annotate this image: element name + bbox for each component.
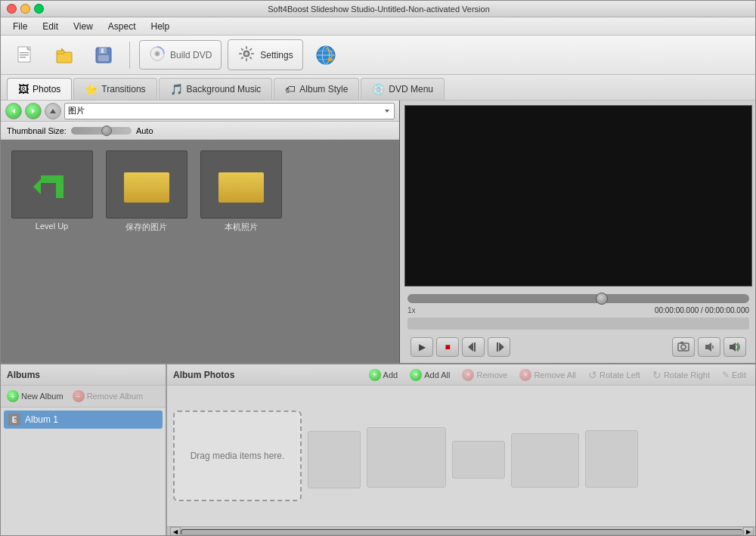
scroll-right-button[interactable]: ▶ — [743, 527, 754, 537]
new-album-icon: + — [7, 390, 19, 402]
nav-forward-button[interactable] — [25, 103, 42, 119]
svg-marker-45 — [730, 342, 736, 352]
file-thumb-level-up — [11, 150, 93, 218]
seek-bar[interactable] — [407, 294, 749, 303]
svg-rect-6 — [57, 51, 64, 54]
new-album-button[interactable]: + New Album — [4, 389, 67, 404]
edit-photo-button[interactable]: ✎ Edit — [717, 368, 751, 382]
tab-photos[interactable]: 🖼 Photos — [7, 78, 72, 100]
photo-placeholder-3[interactable] — [452, 441, 505, 479]
rotate-right-button[interactable]: ↻ Rotate Right — [648, 367, 714, 383]
remove-all-photos-button[interactable]: × Remove All — [515, 367, 581, 383]
svg-rect-18 — [249, 48, 253, 51]
new-button[interactable] — [8, 42, 42, 69]
settings-icon — [237, 45, 256, 65]
photos-tab-icon: 🖼 — [18, 83, 29, 95]
nav-back-button[interactable] — [5, 103, 22, 119]
svg-rect-10 — [101, 48, 104, 53]
speed-row: 1x 00:00:00.000 / 00:00:00.000 — [404, 306, 752, 314]
file-item-local-photos[interactable]: 本机照片 — [197, 147, 284, 236]
remove-photo-icon: × — [462, 369, 474, 381]
svg-rect-19 — [251, 53, 254, 54]
settings-button[interactable]: Settings — [228, 39, 302, 70]
add-all-photos-button[interactable]: + Add All — [405, 367, 454, 383]
volume-button[interactable] — [698, 337, 720, 357]
albums-panel: Albums + New Album − Remove Album E Albu… — [1, 364, 167, 536]
photo-placeholder-small-group — [452, 441, 505, 479]
tab-album-style[interactable]: 🏷 Album Style — [274, 78, 359, 100]
screenshot-button[interactable] — [672, 337, 695, 357]
album-photos-panel: Album Photos + Add + Add All × — [167, 364, 756, 536]
svg-rect-36 — [56, 183, 64, 198]
update-icon — [315, 45, 336, 66]
tab-background-music[interactable]: 🎵 Background Music — [159, 78, 273, 100]
speed-indicator: 1x — [407, 306, 416, 314]
svg-rect-43 — [680, 342, 683, 344]
auto-label: Auto — [136, 126, 153, 135]
tab-transitions[interactable]: ⭐ Transitions — [73, 78, 156, 100]
remove-photo-label: Remove — [476, 370, 507, 380]
svg-point-42 — [681, 345, 686, 349]
svg-marker-31 — [32, 109, 35, 113]
add-photo-button[interactable]: + Add — [364, 367, 403, 383]
svg-point-14 — [156, 53, 159, 55]
path-text: 图片 — [68, 105, 85, 116]
tab-background-music-label: Background Music — [187, 84, 262, 94]
album-photos-title: Album Photos — [173, 370, 234, 380]
browser-toolbar: 图片 — [1, 101, 399, 122]
photo-placeholder-1[interactable] — [308, 431, 361, 488]
preview-panel: 1x 00:00:00.000 / 00:00:00.000 ▶ ■ — [400, 101, 756, 363]
photo-placeholder-2[interactable] — [367, 427, 446, 488]
file-item-level-up[interactable]: Level Up — [8, 147, 95, 236]
path-selector[interactable]: 图片 — [64, 103, 395, 119]
lower-content: Albums + New Album − Remove Album E Albu… — [1, 363, 756, 536]
tab-dvd-menu[interactable]: 💿 DVD Menu — [361, 78, 445, 100]
transport-bar — [407, 318, 749, 330]
tab-album-style-label: Album Style — [299, 84, 348, 94]
rotate-left-button[interactable]: ↺ Rotate Left — [584, 367, 645, 383]
nav-up-button[interactable] — [45, 103, 61, 119]
menu-view[interactable]: View — [67, 20, 99, 33]
close-button[interactable] — [7, 4, 17, 14]
svg-marker-30 — [12, 109, 15, 113]
upper-content: 图片 Thumbnail Size: Auto — [1, 101, 756, 363]
maximize-button[interactable] — [34, 4, 44, 14]
svg-rect-22 — [241, 57, 244, 60]
photo-placeholder-5[interactable] — [585, 430, 638, 488]
open-button[interactable] — [48, 42, 81, 69]
stop-button[interactable]: ■ — [436, 337, 459, 357]
build-dvd-button[interactable]: Build DVD — [139, 40, 222, 70]
update-button[interactable] — [309, 42, 342, 69]
svg-rect-3 — [20, 54, 29, 56]
svg-rect-21 — [246, 58, 247, 61]
menu-bar: File Edit View Aspect Help — [1, 17, 756, 36]
photo-placeholder-4[interactable] — [511, 433, 579, 488]
play-button[interactable]: ▶ — [411, 337, 433, 357]
menu-file[interactable]: File — [7, 20, 33, 33]
menu-aspect[interactable]: Aspect — [102, 20, 142, 33]
edit-photo-label: Edit — [732, 370, 746, 380]
album-item[interactable]: E Album 1 — [4, 411, 163, 429]
menu-help[interactable]: Help — [145, 20, 176, 33]
rewind-button[interactable] — [462, 337, 485, 357]
slider-knob — [101, 125, 112, 136]
remove-album-button[interactable]: − Remove Album — [70, 389, 147, 404]
svg-point-16 — [245, 52, 248, 55]
remove-all-photos-label: Remove All — [534, 370, 576, 380]
fast-forward-button[interactable] — [488, 337, 510, 357]
new-album-label: New Album — [21, 392, 64, 401]
remove-photo-button[interactable]: × Remove — [457, 367, 512, 383]
menu-edit[interactable]: Edit — [36, 20, 64, 33]
remove-album-icon: − — [73, 390, 85, 402]
drop-zone[interactable]: Drag media items here. — [173, 411, 302, 501]
save-button[interactable] — [87, 42, 120, 69]
thumbnail-size-slider[interactable] — [71, 127, 132, 135]
scrollbar-track[interactable] — [181, 529, 743, 535]
volume-high-button[interactable] — [723, 337, 746, 357]
preview-screen — [404, 105, 752, 287]
svg-marker-44 — [705, 342, 711, 352]
file-item-saved-photos[interactable]: 保存的图片 — [103, 147, 190, 236]
seek-knob — [596, 293, 608, 305]
scroll-left-button[interactable]: ◀ — [170, 527, 181, 537]
minimize-button[interactable] — [20, 4, 30, 14]
